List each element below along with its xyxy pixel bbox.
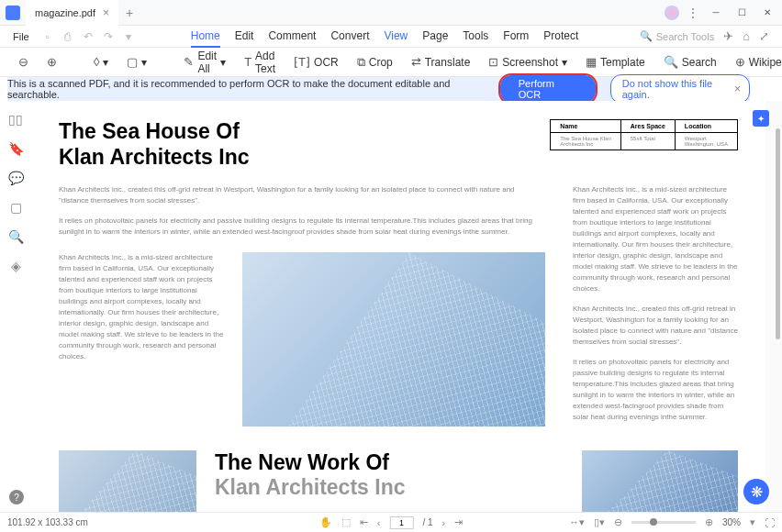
left-sidebar: ▯▯ 🔖 💬 ▢ 🔍 ◈ (0, 101, 31, 512)
menubar: File ▫ ⎙ ↶ ↷ ▾ Home Edit Comment Convert… (0, 26, 782, 48)
dimensions-label: 101.92 x 103.33 cm (7, 517, 88, 527)
comments-icon[interactable]: 💬 (8, 171, 23, 185)
info-table: Name Ares Space Location The Sea House K… (550, 119, 738, 150)
fullscreen-icon[interactable]: ⛶ (765, 517, 775, 528)
doc-title2-line2: Klan Architects Inc (215, 475, 564, 500)
document-viewport[interactable]: ✦ The Sea House Of Klan Architects Inc N… (31, 101, 773, 512)
tab-form[interactable]: Form (503, 26, 529, 48)
layers-icon[interactable]: ◈ (8, 259, 23, 273)
help-button[interactable]: ? (9, 490, 24, 504)
doc-title2-line1: The New Work Of (215, 450, 564, 475)
page-number-input[interactable] (389, 516, 413, 529)
tab-home[interactable]: Home (191, 26, 220, 48)
translate-button[interactable]: ⇄Translate (411, 55, 471, 69)
tab-edit[interactable]: Edit (235, 26, 254, 48)
building-image-2 (59, 450, 196, 512)
select-tool-icon[interactable]: ⬚ (341, 516, 351, 528)
page-layout-icon[interactable]: ▯▾ (594, 516, 605, 528)
highlight-tool[interactable]: ◊▾ (94, 55, 108, 69)
search-button[interactable]: 🔍Search (664, 55, 717, 69)
document-tab[interactable]: magazine.pdf × (26, 0, 118, 26)
doc-title-line1: The Sea House Of (59, 119, 249, 145)
screenshot-button[interactable]: ⊡Screenshot▾ (488, 55, 567, 69)
zoom-slider[interactable] (631, 521, 696, 524)
tab-tools[interactable]: Tools (463, 26, 488, 48)
file-menu[interactable]: File (6, 31, 37, 42)
crop-button[interactable]: ⧉Crop (357, 55, 393, 70)
print-icon[interactable]: ⎙ (61, 29, 75, 44)
tab-filename: magazine.pdf (35, 7, 95, 18)
find-icon[interactable]: 🔍 (8, 229, 23, 244)
perform-ocr-button[interactable]: Perform OCR (500, 75, 596, 103)
scrollbar-track[interactable] (773, 101, 782, 512)
ocr-button[interactable]: ⁅T⁆OCR (294, 55, 339, 69)
more-menu-icon[interactable]: ⋮ (687, 6, 699, 20)
close-window-button[interactable]: ✕ (758, 4, 776, 22)
tab-page[interactable]: Page (422, 26, 448, 48)
page-badge-icon[interactable]: ✦ (753, 110, 769, 127)
first-page-icon[interactable]: ⇤ (360, 516, 368, 528)
tab-convert[interactable]: Convert (330, 26, 369, 48)
pdf-page: ✦ The Sea House Of Klan Architects Inc N… (31, 101, 765, 512)
send-icon[interactable]: ✈ (723, 29, 733, 43)
last-page-icon[interactable]: ⇥ (454, 516, 463, 528)
shape-tool[interactable]: ▢▾ (127, 55, 147, 69)
zoom-out-icon[interactable]: ⊖ (614, 516, 622, 528)
fab-button[interactable]: ❋ (743, 479, 769, 504)
attachments-icon[interactable]: ▢ (8, 200, 23, 215)
zoom-out-button[interactable]: ⊖ (18, 55, 28, 69)
titlebar: magazine.pdf × + ⋮ ─ ☐ ✕ (0, 0, 782, 26)
zoom-in-button[interactable]: ⊕ (47, 55, 57, 69)
toolbar: ⊖ ⊕ ◊▾ ▢▾ ✎Edit All▾ TAdd Text ⁅T⁆OCR ⧉C… (0, 48, 782, 77)
zoom-in-icon[interactable]: ⊕ (705, 516, 713, 528)
search-icon: 🔍 (640, 30, 653, 42)
maximize-button[interactable]: ☐ (732, 4, 751, 22)
search-tools[interactable]: 🔍 Search Tools (640, 30, 714, 42)
template-button[interactable]: ▦Template (586, 55, 645, 69)
app-icon (0, 0, 26, 26)
redo-icon[interactable]: ↷ (101, 29, 116, 44)
right-col-p3: It relies on photovoltaic panels for ele… (573, 357, 738, 423)
zoom-level: 30% (722, 517, 741, 527)
hand-tool-icon[interactable]: ✋ (319, 516, 332, 528)
thumbnails-icon[interactable]: ▯▯ (8, 112, 23, 127)
new-tab-button[interactable]: + (118, 6, 140, 20)
right-col-p1: Khan Architects Inc., is a mid-sized arc… (573, 184, 738, 294)
add-text-button[interactable]: TAdd Text (244, 50, 275, 75)
building-image-3 (582, 450, 738, 512)
paragraph-1: Khan Architects Inc., created this off-g… (59, 184, 545, 206)
tab-view[interactable]: View (384, 26, 408, 48)
column-left-text: Khan Architects Inc., is a mid-sized arc… (59, 252, 224, 427)
expand-icon[interactable]: ⤢ (759, 29, 769, 43)
banner-message: This is a scanned PDF, and it is recomme… (7, 78, 486, 100)
home-icon[interactable]: ⌂ (743, 29, 750, 43)
close-banner-icon[interactable]: × (734, 83, 741, 95)
bookmarks-icon[interactable]: 🔖 (8, 141, 23, 156)
tab-comment[interactable]: Comment (268, 26, 316, 48)
prev-page-icon[interactable]: ‹ (377, 517, 381, 528)
statusbar: 101.92 x 103.33 cm ✋ ⬚ ⇤ ‹ / 1 › ⇥ ↔▾ ▯▾… (0, 512, 782, 532)
user-avatar-icon[interactable] (665, 6, 679, 20)
ocr-banner: This is a scanned PDF, and it is recomme… (7, 77, 750, 101)
dismiss-banner-button[interactable]: Do not show this file again. (610, 74, 750, 104)
next-page-icon[interactable]: › (442, 517, 446, 528)
scrollbar-thumb[interactable] (776, 128, 780, 339)
dropdown-icon[interactable]: ▾ (121, 29, 136, 44)
minimize-button[interactable]: ─ (707, 4, 725, 22)
save-icon[interactable]: ▫ (40, 29, 55, 44)
close-tab-icon[interactable]: × (103, 6, 109, 19)
doc-title-line2: Klan Architects Inc (59, 145, 249, 171)
wikipedia-button[interactable]: ⊕Wikipedia (735, 55, 782, 69)
undo-icon[interactable]: ↶ (81, 29, 95, 44)
fit-width-icon[interactable]: ↔▾ (569, 516, 585, 528)
building-image (242, 252, 545, 427)
paragraph-2: It relies on photovoltaic panels for ele… (59, 216, 545, 238)
right-col-p2: Khan Architects Inc., created this off-g… (573, 304, 738, 348)
edit-all-button[interactable]: ✎Edit All▾ (184, 50, 226, 75)
tab-protect[interactable]: Protect (543, 26, 578, 48)
page-total: / 1 (422, 517, 432, 527)
zoom-dropdown-icon[interactable]: ▾ (750, 516, 755, 528)
